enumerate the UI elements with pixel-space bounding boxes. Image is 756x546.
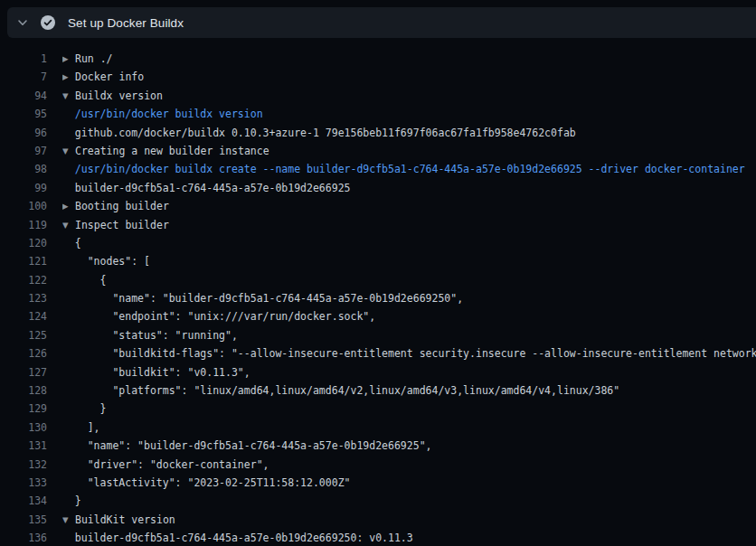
group-marker-icon: ▼ [62, 216, 75, 234]
log-line-text: Buildx version [75, 89, 163, 102]
log-line-text: "endpoint": "unix:///var/run/docker.sock… [62, 310, 375, 323]
log-line: 133 "lastActivity": "2023-02-25T11:58:12… [0, 474, 756, 492]
log-line: 129 } [0, 400, 756, 418]
line-number[interactable]: 133 [0, 474, 47, 492]
line-number[interactable]: 100 [0, 197, 47, 215]
log-line: 131 "name": "builder-d9cfb5a1-c764-445a-… [0, 437, 756, 455]
line-number[interactable]: 120 [0, 234, 47, 252]
log-line-text: "buildkitd-flags": "--allow-insecure-ent… [62, 347, 756, 360]
log-line-text: "lastActivity": "2023-02-25T11:58:12.000… [62, 476, 351, 489]
log-line: 127 "buildkit": "v0.11.3", [0, 363, 756, 381]
log-line-text: "platforms": "linux/amd64,linux/amd64/v2… [62, 384, 619, 397]
line-number[interactable]: 96 [0, 124, 47, 142]
log-group-header[interactable]: 1 ▶Run ./ [0, 50, 756, 68]
group-marker-icon: ▶ [62, 197, 75, 215]
group-marker-icon: ▶ [62, 50, 75, 68]
log-line-text: Booting builder [75, 200, 169, 212]
log-line: 125 "status": "running", [0, 326, 756, 344]
log-line-text: Inspect builder [75, 219, 169, 231]
line-number[interactable]: 136 [0, 529, 47, 546]
log-line-text: /usr/bin/docker buildx create --name bui… [62, 163, 745, 175]
line-number[interactable]: 98 [0, 160, 47, 178]
group-marker-icon: ▼ [62, 142, 75, 160]
line-number[interactable]: 95 [0, 105, 47, 123]
log-line: 130 ], [0, 419, 756, 437]
line-number[interactable]: 123 [0, 289, 47, 307]
log-line: 96 github.com/docker/buildx 0.10.3+azure… [0, 124, 756, 142]
log-line-text: "nodes": [ [62, 255, 150, 268]
line-number[interactable]: 125 [0, 326, 47, 344]
log-line-text: { [62, 237, 81, 249]
log-group-header[interactable]: 100 ▶Booting builder [0, 197, 756, 215]
line-number[interactable]: 1 [0, 50, 47, 68]
log-line: 120 { [0, 234, 756, 252]
log-line-text: Docker info [75, 71, 144, 83]
line-number[interactable]: 97 [0, 142, 47, 160]
chevron-down-icon [16, 16, 29, 29]
log-line: 121 "nodes": [ [0, 252, 756, 270]
log-line: 124 "endpoint": "unix:///var/run/docker.… [0, 307, 756, 325]
log-line-text: /usr/bin/docker buildx version [62, 108, 263, 120]
line-number[interactable]: 131 [0, 437, 47, 455]
log-group-header[interactable]: 135 ▼BuildKit version [0, 511, 756, 529]
log-viewer: 1 ▶Run ./ 7 ▶Docker info 94 ▼Buildx vers… [0, 50, 756, 546]
line-number[interactable]: 124 [0, 307, 47, 325]
check-circle-icon [41, 15, 55, 30]
log-group-header[interactable]: 97 ▼Creating a new builder instance [0, 142, 756, 160]
line-number[interactable]: 119 [0, 216, 47, 234]
log-line-text: Run ./ [75, 52, 113, 65]
line-number[interactable]: 129 [0, 400, 47, 418]
log-line: 122 { [0, 271, 756, 289]
group-marker-icon: ▶ [62, 68, 75, 86]
line-number[interactable]: 128 [0, 381, 47, 400]
log-line-text: builder-d9cfb5a1-c764-445a-a57e-0b19d2e6… [62, 532, 413, 544]
log-group-header[interactable]: 7 ▶Docker info [0, 68, 756, 86]
log-line-text: } [62, 402, 106, 415]
log-line-text: } [62, 494, 81, 507]
log-line-text: Creating a new builder instance [75, 145, 269, 157]
group-marker-icon: ▼ [62, 87, 75, 105]
log-line-text: "name": "builder-d9cfb5a1-c764-445a-a57e… [62, 292, 463, 305]
step-title: Set up Docker Buildx [68, 16, 184, 30]
line-number[interactable]: 99 [0, 179, 47, 197]
line-number[interactable]: 135 [0, 511, 47, 529]
log-line: 134 } [0, 492, 756, 510]
log-line: 128 "platforms": "linux/amd64,linux/amd6… [0, 381, 756, 400]
log-line-text: "driver": "docker-container", [62, 458, 269, 471]
line-number[interactable]: 121 [0, 252, 47, 270]
line-number[interactable]: 94 [0, 87, 47, 105]
log-line-text: github.com/docker/buildx 0.10.3+azure-1 … [62, 127, 576, 139]
log-group-header[interactable]: 119 ▼Inspect builder [0, 216, 756, 234]
log-line-text: { [62, 274, 106, 287]
line-number[interactable]: 126 [0, 344, 47, 362]
step-header[interactable]: Set up Docker Buildx [7, 7, 756, 38]
log-line: 126 "buildkitd-flags": "--allow-insecure… [0, 344, 756, 362]
line-number[interactable]: 132 [0, 456, 47, 474]
line-number[interactable]: 130 [0, 419, 47, 437]
line-number[interactable]: 134 [0, 492, 47, 510]
log-line-text: ], [62, 421, 100, 434]
log-group-header[interactable]: 94 ▼Buildx version [0, 87, 756, 105]
log-line-text: "status": "running", [62, 329, 238, 342]
log-line-text: BuildKit version [75, 513, 175, 526]
log-line: 123 "name": "builder-d9cfb5a1-c764-445a-… [0, 289, 756, 307]
line-number[interactable]: 7 [0, 68, 47, 86]
log-line-text: builder-d9cfb5a1-c764-445a-a57e-0b19d2e6… [62, 182, 351, 194]
log-line: 136 builder-d9cfb5a1-c764-445a-a57e-0b19… [0, 529, 756, 546]
line-number[interactable]: 122 [0, 271, 47, 289]
log-line: 132 "driver": "docker-container", [0, 456, 756, 474]
log-line-text: "buildkit": "v0.11.3", [62, 366, 250, 379]
group-marker-icon: ▼ [62, 511, 75, 529]
log-line: 98 /usr/bin/docker buildx create --name … [0, 160, 756, 178]
log-line-text: "name": "builder-d9cfb5a1-c764-445a-a57e… [62, 439, 432, 452]
log-line: 99 builder-d9cfb5a1-c764-445a-a57e-0b19d… [0, 179, 756, 197]
line-number[interactable]: 127 [0, 363, 47, 381]
log-line: 95 /usr/bin/docker buildx version [0, 105, 756, 123]
